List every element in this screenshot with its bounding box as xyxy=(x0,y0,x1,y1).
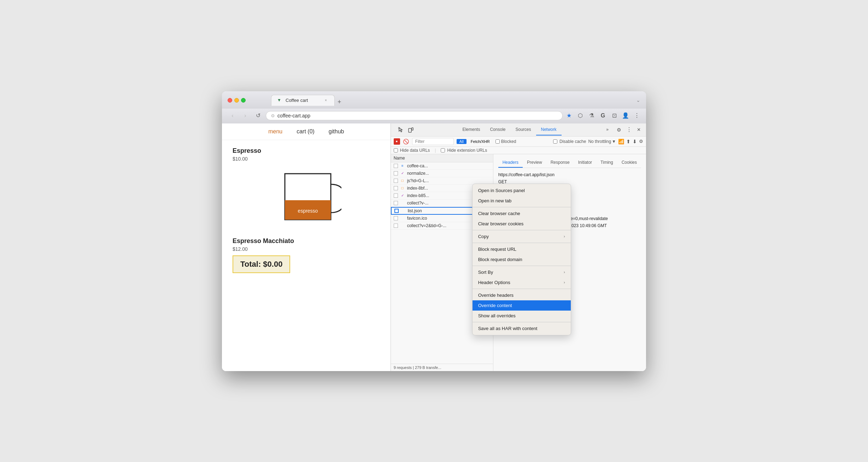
ni-type-icon xyxy=(400,223,405,228)
ni-checkbox[interactable] xyxy=(394,164,398,168)
filter-fetch-tag[interactable]: Fetch/XHR xyxy=(468,139,493,144)
cm-override-headers[interactable]: Override headers xyxy=(473,290,571,300)
dt-tab-console[interactable]: Console xyxy=(485,124,510,135)
detail-tab-preview[interactable]: Preview xyxy=(523,158,546,168)
back-button[interactable]: ‹ xyxy=(228,111,237,121)
url-text: coffee-cart.app xyxy=(277,113,557,119)
clear-log-button[interactable]: 🚫 xyxy=(403,138,409,145)
hide-data-urls-checkbox[interactable] xyxy=(394,148,398,152)
ni-checkbox-outlined[interactable] xyxy=(394,209,399,213)
network-item[interactable]: ✓ normalize... xyxy=(391,170,493,177)
nav-cart-link[interactable]: cart (0) xyxy=(297,128,315,135)
main-content: menu cart (0) github Espresso $10.00 xyxy=(222,123,646,371)
minimize-button[interactable] xyxy=(234,98,239,103)
cm-block-domain[interactable]: Block request domain xyxy=(473,254,571,265)
cm-separator xyxy=(473,207,571,207)
throttle-dropdown[interactable]: No throttling ▼ xyxy=(588,139,616,144)
cm-clear-cookies[interactable]: Clear browser cookies xyxy=(473,219,571,229)
devtools-settings-button[interactable]: ⚙ xyxy=(615,126,623,134)
toolbar-left: ■ 🚫 All Fetch/XHR Blocked xyxy=(394,138,516,145)
hide-data-urls-row: Hide data URLs | Hide extension URLs xyxy=(391,147,646,154)
cm-sort-arrow: › xyxy=(564,270,565,274)
tab-favicon-icon: ▼ xyxy=(277,98,283,103)
detail-tab-cookies[interactable]: Cookies xyxy=(617,158,641,168)
throttle-label: No throttling xyxy=(588,139,611,144)
ni-type-icon: □ xyxy=(400,178,405,183)
disable-cache-checkbox[interactable] xyxy=(553,139,557,144)
cm-sort-by[interactable]: Sort By › xyxy=(473,267,571,277)
devtools-more-button[interactable]: ⋮ xyxy=(625,126,633,134)
cm-clear-cache[interactable]: Clear browser cache xyxy=(473,208,571,219)
more-menu-icon[interactable]: ⋮ xyxy=(633,112,640,119)
filter-input[interactable] xyxy=(415,139,451,144)
split-view-icon[interactable]: ⊡ xyxy=(611,112,618,119)
eyedropper-icon[interactable]: ⚗ xyxy=(588,112,595,119)
detail-tab-initiator[interactable]: Initiator xyxy=(574,158,596,168)
dt-tab-sources[interactable]: Sources xyxy=(510,124,536,135)
cm-override-content[interactable]: Override content xyxy=(473,300,571,311)
hide-ext-urls-checkbox[interactable] xyxy=(441,148,445,152)
name-column-header: Name xyxy=(394,156,405,161)
dt-more-tabs[interactable]: » xyxy=(601,124,614,135)
nav-menu-link[interactable]: menu xyxy=(268,128,282,135)
dt-tab-elements[interactable]: Elements xyxy=(457,124,485,135)
cm-separator xyxy=(473,289,571,289)
cm-open-sources[interactable]: Open in Sources panel xyxy=(473,185,571,196)
ni-checkbox[interactable] xyxy=(394,186,398,190)
cursor-icon xyxy=(398,127,404,133)
blocked-label: Blocked xyxy=(501,139,516,144)
refresh-button[interactable]: ↺ xyxy=(253,111,263,121)
cm-show-overrides[interactable]: Show all overrides xyxy=(473,311,571,321)
filter-input-area[interactable] xyxy=(412,138,454,145)
nav-github-link[interactable]: github xyxy=(329,128,344,135)
url-bar[interactable]: ⊙ coffee-cart.app xyxy=(266,111,563,120)
detail-tabs: Headers Preview Response Initiator Timin… xyxy=(498,158,641,168)
security-icon: ⊙ xyxy=(271,113,275,118)
devtools-close-button[interactable]: ✕ xyxy=(635,126,643,134)
filter-all-tag[interactable]: All xyxy=(457,139,467,144)
network-item[interactable]: ≡ coffee-ca... xyxy=(391,162,493,170)
throttle-arrow-icon: ▼ xyxy=(612,139,616,144)
bookmark-icon[interactable]: ★ xyxy=(565,112,573,119)
cm-separator xyxy=(473,322,571,322)
grammarly-icon[interactable]: G xyxy=(599,112,606,119)
new-tab-button[interactable]: + xyxy=(335,98,344,106)
detail-url: https://coffee-cart.app/list.json xyxy=(498,172,555,177)
cm-copy[interactable]: Copy › xyxy=(473,231,571,242)
close-button[interactable] xyxy=(228,98,232,103)
detail-tab-response[interactable]: Response xyxy=(546,158,574,168)
blocked-checkbox[interactable] xyxy=(495,139,500,144)
ni-checkbox[interactable] xyxy=(394,171,398,175)
dt-icon-buttons xyxy=(394,123,418,136)
inspect-element-button[interactable] xyxy=(397,126,405,134)
cm-open-new-tab[interactable]: Open in new tab xyxy=(473,196,571,206)
profile-icon[interactable]: 👤 xyxy=(622,112,629,119)
dt-tab-network[interactable]: Network xyxy=(536,124,562,135)
cm-block-url[interactable]: Block request URL xyxy=(473,244,571,254)
ni-checkbox[interactable] xyxy=(394,194,398,198)
ni-checkbox[interactable] xyxy=(394,216,398,220)
active-tab[interactable]: ▼ Coffee cart × xyxy=(271,95,335,106)
ni-type-icon: ✓ xyxy=(400,193,405,198)
settings-small-icon[interactable]: ⚙ xyxy=(639,139,643,144)
ni-checkbox[interactable] xyxy=(394,201,398,205)
device-toggle-button[interactable] xyxy=(406,126,415,134)
cm-save-har[interactable]: Save all as HAR with content xyxy=(473,323,571,334)
forward-button[interactable]: › xyxy=(240,111,250,121)
detail-tab-timing[interactable]: Timing xyxy=(596,158,617,168)
maximize-button[interactable] xyxy=(241,98,246,103)
wifi-icon: 📶 xyxy=(618,139,624,144)
ni-checkbox[interactable] xyxy=(394,179,398,183)
stop-recording-button[interactable]: ■ xyxy=(394,138,400,145)
cm-header-options[interactable]: Header Options › xyxy=(473,277,571,288)
tab-close-button[interactable]: × xyxy=(323,98,329,103)
product1-name: Espresso xyxy=(233,147,380,155)
detail-tab-headers[interactable]: Headers xyxy=(498,158,523,168)
total-badge: Total: $0.00 xyxy=(233,255,290,273)
extension-icon[interactable]: ⬡ xyxy=(577,112,584,119)
ni-checkbox[interactable] xyxy=(394,224,398,228)
context-menu: Open in Sources panel Open in new tab Cl… xyxy=(472,184,571,335)
tab-bar: ▼ Coffee cart × + xyxy=(271,95,344,106)
traffic-lights xyxy=(228,98,246,103)
ni-type-icon: ✓ xyxy=(400,171,405,176)
